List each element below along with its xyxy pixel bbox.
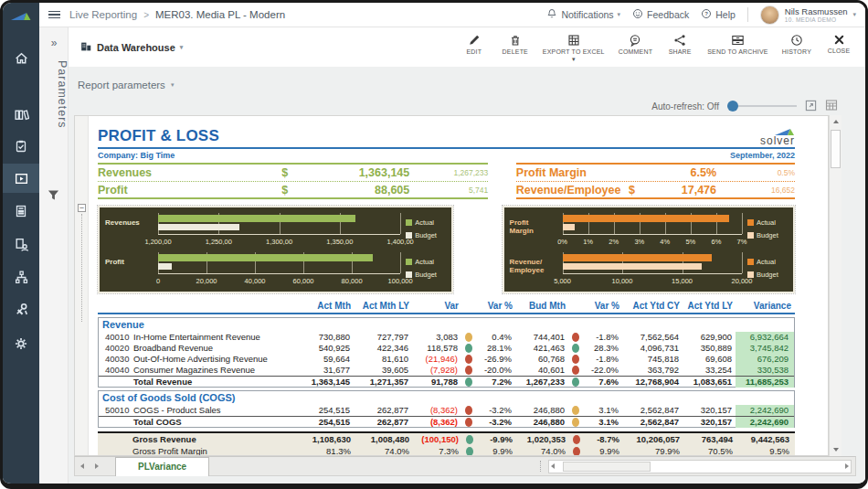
action-label: SHARE [669,48,692,55]
account-code: 40030 [99,354,130,365]
close-button[interactable]: CLOSE [825,34,852,54]
breadcrumb-parent[interactable]: Live Reporting [69,9,137,20]
bud-var-pct: 3.1% [582,405,622,416]
user-menu[interactable]: Nils Rasmussen 10. Media Demo ▾ [760,5,856,25]
breadcrumb-separator: > [143,10,149,20]
table-view-icon[interactable] [825,99,838,113]
kpi-row: Revenues$1,363,1451,267,233Profit$88,605… [98,163,795,199]
account-name: Broadband Revenue [130,343,299,354]
data-collection-icon[interactable] [3,229,39,259]
kpi-indicator-red-icon [572,366,579,375]
account-code [99,417,130,428]
settings-gear-icon[interactable] [3,329,39,358]
act-ytd-cy: 79.9% [623,445,683,455]
splitter-grip[interactable] [540,461,541,472]
data-warehouse-selector[interactable]: Data Warehouse ▾ [79,40,183,55]
share-button[interactable]: SHARE [666,34,693,55]
account-name: Out-Of-Home Advertising Revenue [130,354,299,365]
help-label: Help [715,9,736,20]
chart-tick-label: 1,400,00 [387,238,414,246]
warehouse-icon [79,40,92,55]
indicator-cell [461,343,475,354]
help-button[interactable]: ? Help [701,8,736,21]
tab-scroll-left-button[interactable] [75,457,90,475]
delete-button[interactable]: DELETE [502,34,529,55]
kpi-indicator-red-icon [573,435,580,444]
tab-scroll-right-button[interactable] [90,457,104,475]
reporting-icon[interactable] [3,164,39,193]
indicator-cell [568,405,582,416]
column-header: Variance [736,301,795,311]
archive-button[interactable]: SEND TO ARCHIVE [707,34,768,55]
legend-label: Actual [757,258,776,266]
library-icon[interactable] [3,100,39,129]
excel-button[interactable]: EXPORT TO EXCEL▾ [543,34,605,61]
indicator-cell [461,332,475,343]
expand-panel-icon[interactable]: » [39,37,69,49]
table-section: Cost of Goods Sold (COGS)50010COGS - Pro… [98,390,795,428]
chart-tick-label: 100,000 [388,277,413,285]
budgeting-calculator-icon[interactable] [3,197,39,226]
act-mth: 59,664 [299,354,354,365]
edit-button[interactable]: EDIT [460,34,488,55]
feedback-button[interactable]: Feedback [632,8,689,21]
column-header: Act Ytd CY [623,301,683,311]
kpi-indicator-red-icon [572,355,579,364]
bud-var-pct: 28.3% [582,343,622,354]
action-label: CLOSE [828,48,851,54]
chart-group: Profit020,00040,00060,00080,000100,000Ac… [105,251,446,289]
vertical-scrollbar[interactable] [829,115,842,456]
expand-report-icon[interactable] [805,100,817,113]
action-label: COMMENT [619,48,653,55]
table-row: 50010COGS - Product Sales254,515262,877(… [99,405,794,416]
report-parameters-dropdown[interactable]: Report parameters ▾ [69,73,865,97]
tools-icon[interactable] [3,294,39,324]
kpi-value: 88,605 [312,184,409,197]
column-header: Act Ytd LY [683,301,736,311]
scroll-down-button[interactable] [830,443,842,456]
tasks-clipboard-icon[interactable] [3,132,39,161]
legend-label: Actual [415,218,434,227]
kpi-label: Profit [98,184,281,197]
integrations-icon[interactable] [3,262,39,292]
hscroll-thumb[interactable] [563,462,651,472]
scroll-thumb[interactable] [831,130,841,168]
summary-block: Gross Revenue1,108,6301,008,480(100,150)… [98,431,795,455]
avatar [760,5,779,25]
chart-axis-line [158,273,400,274]
kpi-value: 17,476 [645,184,716,197]
autorefresh-toggle[interactable] [727,105,797,107]
chart-tick-label: 60,000 [293,277,314,285]
filter-funnel-icon[interactable] [48,188,59,205]
home-icon[interactable] [3,43,39,72]
action-label: HISTORY [782,48,811,55]
bud-var-pct: 3.1% [582,417,622,428]
indicator-cell [568,365,582,376]
report-header: PROFIT & LOSS solver [98,127,795,149]
hamburger-menu-icon[interactable] [48,9,60,21]
horizontal-scrollbar[interactable] [548,460,852,473]
content-area: Report parameters ▾ Auto-refresh: Off − [69,67,865,484]
scroll-up-button[interactable] [830,115,842,128]
toggle-knob[interactable] [727,101,738,112]
sheet-tab-plvariance[interactable]: PLVariance [115,457,209,476]
hscroll-left-icon[interactable] [551,463,555,469]
comment-button[interactable]: COMMENT [619,34,653,55]
scroll-track[interactable] [830,128,842,443]
act-mth: 1,108,630 [300,433,355,445]
chart-plot: 0%1%2%3%4%5%6%7% [563,212,742,250]
collapse-group-button[interactable]: − [78,204,86,212]
act-mth-ly: 262,877 [354,405,412,416]
bud-var-pct: -1.8% [582,332,622,343]
account-code: 40020 [99,343,130,354]
report-toolbar: Data Warehouse ▾ EDITDELETEEXPORT TO EXC… [69,27,865,67]
hscroll-right-icon[interactable] [845,463,849,469]
bud-mth: 1,267,233 [515,377,568,388]
history-button[interactable]: HISTORY [782,34,811,55]
chart-tick-label: 0 [156,277,160,285]
action-label: DELETE [503,48,528,55]
notifications-button[interactable]: Notifications ▾ [546,8,620,21]
side-nav [3,3,39,484]
legend-swatch [747,259,754,265]
kpi-indicator-green-icon [572,377,579,387]
